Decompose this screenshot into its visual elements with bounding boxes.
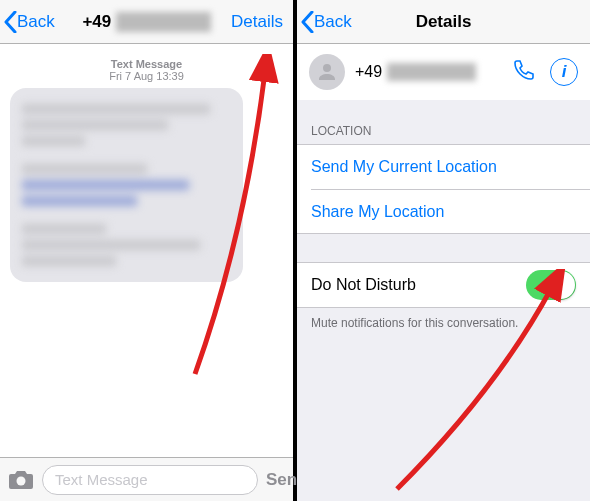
share-location-button[interactable]: Share My Location — [311, 189, 590, 233]
nav-bar: Back Details — [297, 0, 590, 44]
message-bubble[interactable] — [10, 88, 243, 282]
messages-conversation-screen: Back +49 0000000000 Details Text Message… — [0, 0, 293, 501]
location-group: Send My Current Location Share My Locati… — [297, 144, 590, 234]
chevron-left-icon — [301, 11, 314, 33]
call-button[interactable] — [512, 58, 536, 86]
dnd-label: Do Not Disturb — [311, 276, 416, 294]
info-icon: i — [562, 62, 567, 82]
back-label: Back — [17, 12, 55, 32]
dnd-row: Do Not Disturb — [297, 263, 590, 307]
dnd-toggle[interactable] — [526, 270, 576, 300]
conversation-details-screen: Back Details +49 0000000000 i LOCATION — [297, 0, 590, 501]
dnd-group: Do Not Disturb — [297, 262, 590, 308]
contact-number: +49 0000000000 — [355, 63, 512, 81]
nav-bar: Back +49 0000000000 Details — [0, 0, 293, 44]
contact-actions: i — [512, 58, 578, 86]
section-header-location: LOCATION — [297, 100, 590, 144]
phone-icon — [512, 58, 536, 82]
person-icon — [315, 60, 339, 84]
dnd-hint: Mute notifications for this conversation… — [297, 308, 590, 338]
details-body: +49 0000000000 i LOCATION Send My Curren… — [297, 44, 590, 501]
back-button[interactable]: Back — [297, 11, 352, 33]
compose-bar: Send — [0, 457, 293, 501]
chevron-left-icon — [4, 11, 17, 33]
conversation-body: Text MessageFri 7 Aug 13:39 — [0, 44, 293, 457]
camera-icon[interactable] — [8, 470, 34, 490]
back-button[interactable]: Back — [0, 11, 55, 33]
back-label: Back — [314, 12, 352, 32]
message-input[interactable] — [42, 465, 258, 495]
contact-row[interactable]: +49 0000000000 i — [297, 44, 590, 100]
send-location-button[interactable]: Send My Current Location — [297, 145, 590, 189]
avatar — [309, 54, 345, 90]
svg-point-0 — [17, 476, 26, 485]
info-button[interactable]: i — [550, 58, 578, 86]
message-timestamp: Text MessageFri 7 Aug 13:39 — [0, 58, 293, 82]
details-button[interactable]: Details — [231, 12, 293, 32]
toggle-knob — [547, 271, 575, 299]
